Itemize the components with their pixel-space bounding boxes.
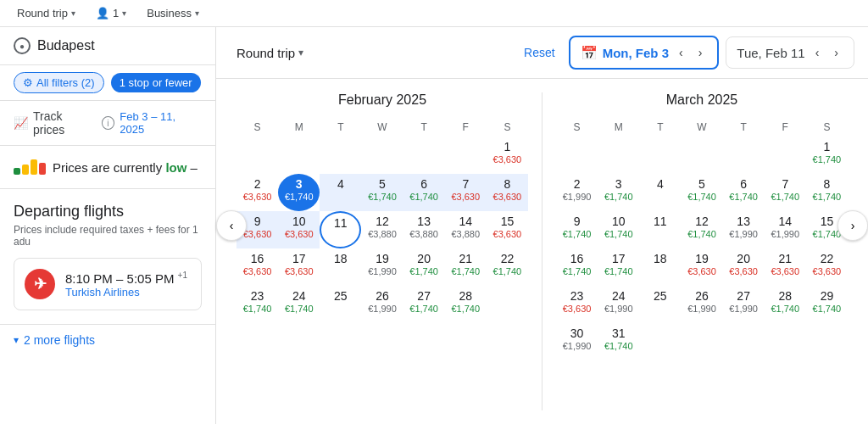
calendar-day-cell[interactable]: 25 (639, 286, 681, 323)
calendar-day-cell[interactable]: 2€1,990 (556, 174, 598, 211)
calendar-day-cell[interactable]: 7€1,740 (765, 174, 806, 211)
calendar-day-cell[interactable]: 29€1,740 (806, 286, 848, 323)
calendar-day-cell[interactable]: 26€1,990 (361, 286, 403, 323)
calendar-day-cell[interactable]: 8€3,630 (487, 174, 528, 211)
calendar-day-cell[interactable]: 18 (320, 248, 361, 286)
calendar-trip-type[interactable]: Round trip ▾ (230, 42, 310, 64)
calendar-day-cell[interactable]: 13€3,880 (403, 211, 445, 248)
calendar-day-cell[interactable]: 10€3,630 (278, 211, 320, 248)
calendar-day-cell[interactable]: 6€1,740 (723, 174, 765, 211)
track-prices-row[interactable]: 📈 Track prices i Feb 3 – 11, 2025 (0, 101, 215, 146)
day-number: 8 (824, 177, 831, 192)
calendar-day-cell[interactable]: 21€1,740 (445, 248, 487, 286)
calendar-prev-button[interactable]: ‹ (216, 210, 247, 241)
calendar-day-cell[interactable]: 23€1,740 (236, 286, 278, 323)
calendar-day-cell[interactable]: 28€1,740 (445, 286, 487, 323)
all-filters-button[interactable]: ⚙ All filters (2) (14, 72, 104, 93)
calendar-day-cell[interactable]: 14€1,990 (765, 211, 806, 248)
track-prices-label: Track prices (33, 109, 97, 137)
dow-label: F (445, 118, 487, 137)
calendar-day-cell[interactable]: 9€1,740 (556, 211, 598, 248)
calendar-day-cell[interactable]: 1€3,630 (487, 137, 528, 174)
date-from-picker[interactable]: 📅 Mon, Feb 3 ‹ › (569, 36, 720, 70)
date-to-next[interactable]: › (829, 42, 843, 63)
calendar-day-cell[interactable]: 3€1,740 (598, 174, 639, 211)
day-number: 9 (254, 215, 261, 229)
day-number: 30 (570, 326, 584, 341)
date-from-next[interactable]: › (693, 42, 708, 63)
more-flights-label: 2 more flights (24, 333, 95, 347)
calendar-day-cell[interactable]: 20€3,630 (723, 248, 765, 286)
month-title-0: February 2025 (236, 92, 528, 108)
calendar-day-cell[interactable]: 21€3,630 (765, 248, 806, 286)
calendar-day-cell[interactable]: 16€3,630 (236, 248, 278, 286)
day-price: €1,740 (285, 192, 314, 203)
calendar-day-cell[interactable]: 22€1,740 (487, 248, 528, 286)
day-number: 31 (612, 326, 626, 341)
calendar-day-cell[interactable]: 17€1,740 (598, 248, 639, 286)
calendar-day-cell (361, 137, 403, 174)
date-to-prev[interactable]: ‹ (810, 42, 825, 63)
calendar-day-cell[interactable]: 1€1,740 (806, 137, 848, 174)
calendar-day-cell[interactable]: 11 (639, 211, 681, 248)
calendar-day-cell[interactable]: 3€1,740 (278, 174, 320, 211)
calendar-day-cell[interactable]: 31€1,740 (598, 323, 639, 360)
calendar-next-button[interactable]: › (837, 210, 868, 241)
calendar-day-cell[interactable]: 19€3,630 (681, 248, 722, 286)
day-price: €1,740 (687, 192, 716, 203)
day-number: 20 (737, 252, 750, 266)
more-flights-button[interactable]: ▾ 2 more flights (0, 324, 215, 355)
calendar-day-cell[interactable]: 10€1,740 (598, 211, 639, 248)
calendar-day-cell[interactable]: 18 (639, 248, 681, 286)
calendar-day-cell[interactable]: 5€1,740 (361, 174, 403, 211)
day-number: 25 (334, 289, 348, 304)
flight-card[interactable]: ✈ 8:10 PM – 5:05 PM +1 Turkish Airlines (14, 258, 202, 310)
calendar-day-cell (639, 137, 681, 174)
calendar-day-cell[interactable]: 27€1,740 (403, 286, 445, 323)
calendar-day-cell[interactable]: 4 (320, 174, 361, 211)
date-to-picker[interactable]: Tue, Feb 11 ‹ › (726, 36, 854, 69)
flight-day-offset: +1 (178, 271, 187, 280)
calendar-day-cell[interactable]: 24€1,740 (278, 286, 320, 323)
calendar-day-cell[interactable]: 24€1,990 (598, 286, 639, 323)
info-icon[interactable]: i (102, 116, 115, 130)
calendar-day-cell[interactable]: 27€1,990 (723, 286, 765, 323)
calendar-day-cell[interactable]: 17€3,630 (278, 248, 320, 286)
calendar-day-cell[interactable]: 19€1,990 (361, 248, 403, 286)
dow-label: T (723, 118, 765, 137)
trip-type-label: Round trip (17, 7, 68, 20)
day-number: 6 (740, 177, 747, 192)
date-from-prev[interactable]: ‹ (674, 42, 688, 63)
cabin-selector[interactable]: Business ▾ (140, 5, 206, 21)
calendar-day-cell[interactable]: 14€3,880 (445, 211, 487, 248)
filters-bar: ⚙ All filters (2) 1 stop or fewer (0, 65, 215, 101)
reset-button[interactable]: Reset (517, 42, 562, 63)
calendar-day-cell[interactable]: 22€3,630 (806, 248, 848, 286)
trip-type-selector[interactable]: Round trip ▾ (10, 5, 82, 21)
calendar-day-cell[interactable]: 12€3,880 (361, 211, 403, 248)
calendar-day-cell[interactable]: 8€1,740 (806, 174, 848, 211)
main-layout: ● Budapest ⚙ All filters (2) 1 stop or f… (0, 27, 868, 424)
day-number: 27 (737, 289, 750, 304)
calendar-day-cell[interactable]: 6€1,740 (403, 174, 445, 211)
calendar-day-cell[interactable]: 7€3,630 (445, 174, 487, 211)
calendar-day-cell[interactable]: 23€3,630 (556, 286, 598, 323)
stop-filter-button[interactable]: 1 stop or fewer (111, 73, 201, 92)
day-number: 17 (612, 252, 626, 266)
calendar-day-cell[interactable]: 4 (639, 174, 681, 211)
calendar-day-cell[interactable]: 13€1,990 (723, 211, 765, 248)
day-price: €1,740 (687, 229, 716, 240)
calendar-day-cell[interactable]: 28€1,740 (765, 286, 806, 323)
calendar-day-cell[interactable]: 2€3,630 (236, 174, 278, 211)
calendar-day-cell[interactable]: 15€3,630 (487, 211, 528, 248)
calendar-day-cell[interactable]: 12€1,740 (681, 211, 722, 248)
calendar-day-cell[interactable]: 26€1,990 (681, 286, 722, 323)
calendar-day-cell[interactable]: 25 (320, 286, 361, 323)
calendar-day-cell[interactable]: 16€1,740 (556, 248, 598, 286)
calendar-day-cell[interactable]: 20€1,740 (403, 248, 445, 286)
calendar-day-cell[interactable]: 11 (320, 211, 361, 248)
calendar-day-cell[interactable]: 30€1,990 (556, 323, 598, 360)
passengers-selector[interactable]: 👤 1 ▾ (89, 5, 133, 21)
date-to-label: Tue, Feb 11 (737, 46, 804, 60)
calendar-day-cell[interactable]: 5€1,740 (681, 174, 722, 211)
